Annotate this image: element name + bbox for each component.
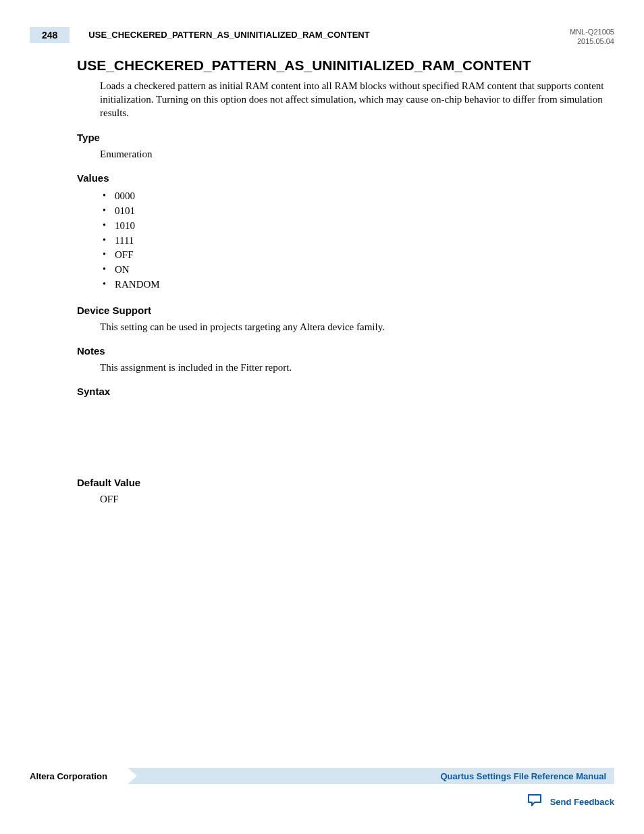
default-value-value: OFF — [100, 494, 614, 505]
device-support-label: Device Support — [77, 305, 614, 316]
notes-label: Notes — [77, 345, 614, 357]
page-number: 248 — [30, 27, 70, 43]
footer-company: Altera Corporation — [30, 768, 128, 784]
default-value-label: Default Value — [77, 477, 614, 488]
list-item: RANDOM — [100, 278, 614, 292]
type-value: Enumeration — [100, 149, 614, 160]
list-item: 1111 — [100, 234, 614, 249]
values-label: Values — [77, 172, 614, 184]
type-label: Type — [77, 132, 614, 143]
manual-link[interactable]: Quartus Settings File Reference Manual — [440, 771, 614, 781]
page-footer: Altera Corporation Quartus Settings File… — [30, 768, 614, 810]
running-title: USE_CHECKERED_PATTERN_AS_UNINITIALIZED_R… — [88, 27, 369, 40]
syntax-content — [30, 402, 614, 477]
list-item: 1010 — [100, 219, 614, 234]
syntax-label: Syntax — [77, 386, 614, 397]
header-meta: MNL-Q21005 2015.05.04 — [570, 27, 614, 47]
description-text: Loads a checkered pattern as initial RAM… — [100, 79, 608, 120]
list-item: 0000 — [100, 189, 614, 204]
list-item: 0101 — [100, 204, 614, 219]
footer-bar: Altera Corporation Quartus Settings File… — [30, 768, 614, 784]
doc-id: MNL-Q21005 — [570, 27, 614, 36]
list-item: OFF — [100, 248, 614, 263]
feedback-icon — [527, 793, 543, 810]
device-support-value: This setting can be used in projects tar… — [100, 321, 614, 333]
doc-date: 2015.05.04 — [570, 36, 614, 46]
send-feedback-link[interactable]: Send Feedback — [550, 797, 614, 807]
feedback-row: Send Feedback — [30, 793, 614, 810]
notes-value: This assignment is included in the Fitte… — [100, 362, 614, 373]
page-title: USE_CHECKERED_PATTERN_AS_UNINITIALIZED_R… — [77, 57, 614, 74]
values-list: 0000 0101 1010 1111 OFF ON RANDOM — [100, 189, 614, 292]
page-header: 248 USE_CHECKERED_PATTERN_AS_UNINITIALIZ… — [30, 27, 614, 47]
list-item: ON — [100, 263, 614, 278]
